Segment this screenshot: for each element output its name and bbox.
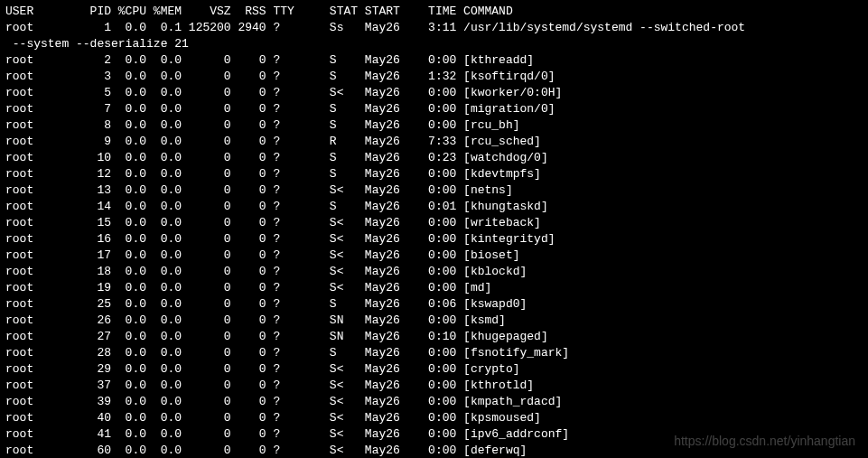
process-table-header: USER PID %CPU %MEM VSZ RSS TTY STAT STAR…	[5, 4, 863, 20]
process-row-wrap: --system --deserialize 21	[5, 36, 863, 52]
process-row: root 25 0.0 0.0 0 0 ? S May26 0:06 [kswa…	[5, 296, 863, 313]
process-row: root 41 0.0 0.0 0 0 ? S< May26 0:00 [ipv…	[5, 426, 863, 443]
process-row: root 40 0.0 0.0 0 0 ? S< May26 0:00 [kps…	[5, 410, 863, 426]
process-row: root 18 0.0 0.0 0 0 ? S< May26 0:00 [kbl…	[5, 264, 863, 280]
process-row: root 39 0.0 0.0 0 0 ? S< May26 0:00 [kmp…	[5, 394, 863, 410]
process-row: root 1 0.0 0.1 125200 2940 ? Ss May26 3:…	[5, 20, 863, 36]
process-row: root 13 0.0 0.0 0 0 ? S< May26 0:00 [net…	[5, 182, 863, 199]
process-row: root 10 0.0 0.0 0 0 ? S May26 0:23 [watc…	[5, 150, 863, 166]
process-row: root 27 0.0 0.0 0 0 ? SN May26 0:10 [khu…	[5, 329, 863, 345]
process-row: root 5 0.0 0.0 0 0 ? S< May26 0:00 [kwor…	[5, 85, 863, 101]
process-row: root 29 0.0 0.0 0 0 ? S< May26 0:00 [cry…	[5, 361, 863, 378]
process-row: root 8 0.0 0.0 0 0 ? S May26 0:00 [rcu_b…	[5, 117, 863, 134]
process-row: root 9 0.0 0.0 0 0 ? R May26 7:33 [rcu_s…	[5, 134, 863, 150]
process-row: root 16 0.0 0.0 0 0 ? S< May26 0:00 [kin…	[5, 231, 863, 248]
process-row: root 7 0.0 0.0 0 0 ? S May26 0:00 [migra…	[5, 101, 863, 117]
process-row: root 12 0.0 0.0 0 0 ? S May26 0:00 [kdev…	[5, 166, 863, 182]
process-row: root 2 0.0 0.0 0 0 ? S May26 0:00 [kthre…	[5, 52, 863, 69]
process-row: root 37 0.0 0.0 0 0 ? S< May26 0:00 [kth…	[5, 378, 863, 394]
process-row: root 60 0.0 0.0 0 0 ? S< May26 0:00 [def…	[5, 443, 863, 458]
process-row: root 3 0.0 0.0 0 0 ? S May26 1:32 [ksoft…	[5, 69, 863, 85]
process-row: root 28 0.0 0.0 0 0 ? S May26 0:00 [fsno…	[5, 345, 863, 361]
terminal-output[interactable]: USER PID %CPU %MEM VSZ RSS TTY STAT STAR…	[5, 4, 863, 458]
process-row: root 19 0.0 0.0 0 0 ? S< May26 0:00 [md]	[5, 280, 863, 296]
process-row: root 26 0.0 0.0 0 0 ? SN May26 0:00 [ksm…	[5, 313, 863, 329]
process-row: root 15 0.0 0.0 0 0 ? S< May26 0:00 [wri…	[5, 215, 863, 231]
process-row: root 14 0.0 0.0 0 0 ? S May26 0:01 [khun…	[5, 199, 863, 215]
process-row: root 17 0.0 0.0 0 0 ? S< May26 0:00 [bio…	[5, 248, 863, 264]
